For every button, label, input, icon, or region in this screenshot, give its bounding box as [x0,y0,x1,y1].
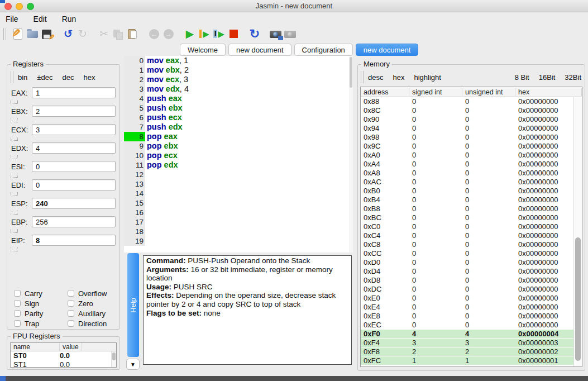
memory-toolbar-drag-handle[interactable] [361,71,364,83]
editor-line-0[interactable]: 0mov eax, 1 [124,56,353,65]
memory-row-0xF8[interactable]: 0xF8220x00000002 [361,347,573,356]
memory-row-0xD0[interactable]: 0xD0000x00000000 [361,258,573,267]
editor-line-8[interactable]: 8pop eax [124,132,353,141]
toolbar-drag-handle[interactable] [3,28,6,40]
memory-row-0x98[interactable]: 0x98000x00000000 [361,133,573,142]
editor-line-12[interactable]: 12 [124,170,353,179]
memory-row-0x9C[interactable]: 0x9C000x00000000 [361,142,573,151]
registers-toolbar-drag-handle[interactable] [11,71,13,83]
memory-row-0xE4[interactable]: 0xE4000x00000000 [361,303,573,312]
fpu-row-st1[interactable]: ST10.0 [11,360,116,368]
memory-scrollbar-thumb[interactable] [575,237,581,361]
memory-row-0xD4[interactable]: 0xD4000x00000000 [361,267,573,276]
registers-format-button-bin[interactable]: bin [18,73,27,82]
undo-icon[interactable]: ↺ [61,27,75,41]
register-expander-button[interactable] [11,247,18,251]
menu-item-file[interactable]: File [6,15,18,23]
memory-row-0xBC[interactable]: 0xBC000x00000000 [361,213,573,222]
memory-row-0xDC[interactable]: 0xDC000x00000000 [361,285,573,294]
fpu-row-st0[interactable]: ST00.0 [11,351,116,360]
register-value-field[interactable]: 1 [32,87,116,98]
editor-scrollbar[interactable] [349,56,353,253]
register-expander-button[interactable] [11,192,18,196]
register-value-field[interactable]: 0 [32,161,116,172]
memory-row-0xA0[interactable]: 0xA0000x00000000 [361,151,573,160]
registers-format-button-pmdec[interactable]: ±dec [37,73,52,82]
editor-line-13[interactable]: 13 [124,179,353,189]
editor-line-3[interactable]: 3mov edx, 4 [124,84,353,94]
editor-line-10[interactable]: 10pop ecx [124,151,353,160]
editor-line-17[interactable]: 17 [124,217,353,227]
run-to-cursor-icon[interactable]: I▶ [212,27,226,41]
memory-row-0xA8[interactable]: 0xA8000x00000000 [361,169,573,178]
flag-checkbox-carry[interactable] [14,290,21,297]
editor-line-19[interactable]: 19 [124,236,353,246]
register-expander-button[interactable] [11,211,18,215]
close-window-button[interactable] [4,3,12,10]
flag-checkbox-trap[interactable] [14,320,21,327]
flag-checkbox-parity[interactable] [14,310,21,317]
tab-configuration-2[interactable]: Configuration [294,44,353,56]
memory-scrollbar[interactable] [573,97,582,366]
memory-row-0xC0[interactable]: 0xC0000x00000000 [361,222,573,231]
editor-line-14[interactable]: 14 [124,189,353,198]
zoom-window-button[interactable] [27,3,34,10]
editor-scrollbar-thumb[interactable] [350,57,352,88]
memory-row-0xC4[interactable]: 0xC4000x00000000 [361,231,573,240]
editor-line-16[interactable]: 16 [124,208,353,217]
memory-column-header-hex[interactable]: hex [515,88,582,96]
editor-line-6[interactable]: 6push ecx [124,113,353,122]
menu-item-run[interactable]: Run [62,15,77,23]
editor-line-9[interactable]: 9pop ebx [124,141,353,151]
flag-checkbox-overflow[interactable] [68,290,74,297]
editor-line-15[interactable]: 15 [124,198,353,208]
memory-row-0xB4[interactable]: 0xB4000x00000000 [361,196,573,204]
memory-row-0xF4[interactable]: 0xF4330x00000003 [361,339,573,347]
register-expander-button[interactable] [11,155,18,159]
register-value-field[interactable]: 4 [32,142,116,154]
minimize-window-button[interactable] [16,3,23,10]
register-value-field[interactable]: 2 [32,106,116,117]
step-icon[interactable]: ▶ [197,27,212,41]
editor-line-5[interactable]: 5push ebx [124,103,353,113]
memory-button-desc[interactable]: desc [368,73,383,82]
memory-row-0xAC[interactable]: 0xAC000x00000000 [361,178,573,187]
register-expander-button[interactable] [11,100,18,104]
memory-row-0xB8[interactable]: 0xB8000x00000000 [361,204,573,213]
stop-icon[interactable] [226,27,241,41]
run-icon[interactable]: ▶ [183,27,197,41]
registers-format-button-hex[interactable]: hex [83,73,95,82]
register-value-field[interactable]: 256 [32,216,116,227]
fpu-column-header-value[interactable]: value [60,343,82,351]
memory-width-button-16bit[interactable]: 16Bit [539,73,556,82]
fpu-scrollbar[interactable] [111,351,116,367]
register-expander-button[interactable] [11,229,18,233]
memory-row-0xFC[interactable]: 0xFC110x00000001 [361,356,573,365]
memory-row-0xA4[interactable]: 0xA4000x00000000 [361,160,573,169]
memory-row-0xE0[interactable]: 0xE0000x00000000 [361,294,573,303]
fpu-column-header-name[interactable]: name [11,343,60,351]
tab-new-document-3[interactable]: new document [356,44,419,56]
editor-line-18[interactable]: 18 [124,227,353,236]
editor-line-1[interactable]: 1mov ebx, 2 [124,65,353,75]
editor-line-2[interactable]: 2mov ecx, 3 [124,75,353,84]
register-expander-button[interactable] [11,174,18,178]
reload-icon[interactable]: ↻ [247,27,262,41]
memory-width-button-8bit[interactable]: 8 Bit [515,73,529,82]
flag-checkbox-auxiliary[interactable] [68,310,74,317]
flag-checkbox-direction[interactable] [68,320,74,327]
register-value-field[interactable]: 8 [32,235,116,246]
open-folder-icon[interactable] [25,27,40,41]
code-editor[interactable]: 0mov eax, 11mov ebx, 22mov ecx, 33mov ed… [124,56,353,253]
register-expander-button[interactable] [11,118,18,122]
register-value-field[interactable]: 3 [32,124,116,135]
help-sidebar-tab[interactable]: Help [127,253,139,357]
memory-column-header-signed-int[interactable]: signed int [409,88,462,96]
fpu-scrollbar-thumb[interactable] [112,353,116,360]
memory-row-0xF0[interactable]: 0xF0440x00000004 [361,330,573,339]
register-value-field[interactable]: 0 [32,179,116,190]
registers-format-button-dec[interactable]: dec [62,73,74,82]
help-collapse-button[interactable]: ▼ [126,359,140,370]
memory-button-hex[interactable]: hex [393,73,404,82]
save-icon[interactable]: ✎ [40,27,54,41]
